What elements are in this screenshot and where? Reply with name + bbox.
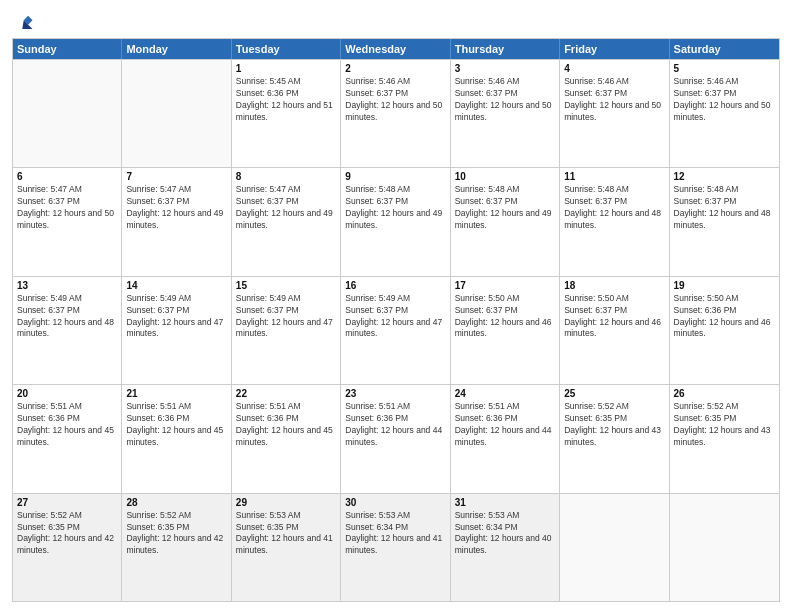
- cell-info: Sunset: 6:37 PM: [126, 196, 226, 208]
- cell-info: Daylight: 12 hours and 45 minutes.: [236, 425, 336, 449]
- cell-info: Sunset: 6:34 PM: [345, 522, 445, 534]
- day-number: 12: [674, 171, 775, 182]
- cell-info: Sunset: 6:37 PM: [455, 88, 555, 100]
- calendar-cell: 29Sunrise: 5:53 AMSunset: 6:35 PMDayligh…: [232, 494, 341, 601]
- calendar-cell: 2Sunrise: 5:46 AMSunset: 6:37 PMDaylight…: [341, 60, 450, 167]
- calendar-cell: [670, 494, 779, 601]
- cell-info: Sunset: 6:35 PM: [564, 413, 664, 425]
- calendar-cell: 8Sunrise: 5:47 AMSunset: 6:37 PMDaylight…: [232, 168, 341, 275]
- cell-info: Sunrise: 5:46 AM: [345, 76, 445, 88]
- cell-info: Daylight: 12 hours and 49 minutes.: [345, 208, 445, 232]
- calendar-cell: [560, 494, 669, 601]
- cell-info: Daylight: 12 hours and 49 minutes.: [126, 208, 226, 232]
- weekday-header: Monday: [122, 39, 231, 59]
- cell-info: Sunrise: 5:47 AM: [236, 184, 336, 196]
- calendar-cell: 4Sunrise: 5:46 AMSunset: 6:37 PMDaylight…: [560, 60, 669, 167]
- calendar-cell: 5Sunrise: 5:46 AMSunset: 6:37 PMDaylight…: [670, 60, 779, 167]
- cell-info: Sunrise: 5:48 AM: [564, 184, 664, 196]
- calendar-cell: 6Sunrise: 5:47 AMSunset: 6:37 PMDaylight…: [13, 168, 122, 275]
- logo: [12, 10, 38, 32]
- cell-info: Sunrise: 5:52 AM: [17, 510, 117, 522]
- calendar-cell: 17Sunrise: 5:50 AMSunset: 6:37 PMDayligh…: [451, 277, 560, 384]
- day-number: 17: [455, 280, 555, 291]
- day-number: 28: [126, 497, 226, 508]
- day-number: 26: [674, 388, 775, 399]
- cell-info: Sunrise: 5:49 AM: [345, 293, 445, 305]
- day-number: 3: [455, 63, 555, 74]
- cell-info: Sunset: 6:37 PM: [455, 196, 555, 208]
- cell-info: Daylight: 12 hours and 44 minutes.: [345, 425, 445, 449]
- cell-info: Sunset: 6:36 PM: [236, 88, 336, 100]
- cell-info: Sunset: 6:37 PM: [236, 196, 336, 208]
- day-number: 20: [17, 388, 117, 399]
- cell-info: Sunrise: 5:46 AM: [674, 76, 775, 88]
- calendar-cell: 12Sunrise: 5:48 AMSunset: 6:37 PMDayligh…: [670, 168, 779, 275]
- cell-info: Sunrise: 5:53 AM: [345, 510, 445, 522]
- cell-info: Sunset: 6:36 PM: [126, 413, 226, 425]
- cell-info: Daylight: 12 hours and 45 minutes.: [17, 425, 117, 449]
- cell-info: Daylight: 12 hours and 43 minutes.: [674, 425, 775, 449]
- cell-info: Sunset: 6:35 PM: [17, 522, 117, 534]
- cell-info: Sunset: 6:36 PM: [236, 413, 336, 425]
- day-number: 11: [564, 171, 664, 182]
- cell-info: Sunset: 6:37 PM: [564, 88, 664, 100]
- cell-info: Sunrise: 5:48 AM: [674, 184, 775, 196]
- calendar-cell: 26Sunrise: 5:52 AMSunset: 6:35 PMDayligh…: [670, 385, 779, 492]
- calendar-cell: 24Sunrise: 5:51 AMSunset: 6:36 PMDayligh…: [451, 385, 560, 492]
- cell-info: Sunrise: 5:50 AM: [674, 293, 775, 305]
- day-number: 2: [345, 63, 445, 74]
- cell-info: Sunset: 6:37 PM: [17, 305, 117, 317]
- cell-info: Daylight: 12 hours and 48 minutes.: [674, 208, 775, 232]
- day-number: 16: [345, 280, 445, 291]
- cell-info: Daylight: 12 hours and 47 minutes.: [126, 317, 226, 341]
- cell-info: Sunset: 6:36 PM: [674, 305, 775, 317]
- cell-info: Sunrise: 5:48 AM: [345, 184, 445, 196]
- calendar-cell: 13Sunrise: 5:49 AMSunset: 6:37 PMDayligh…: [13, 277, 122, 384]
- cell-info: Sunset: 6:37 PM: [17, 196, 117, 208]
- day-number: 31: [455, 497, 555, 508]
- day-number: 4: [564, 63, 664, 74]
- cell-info: Daylight: 12 hours and 46 minutes.: [455, 317, 555, 341]
- cell-info: Sunrise: 5:51 AM: [17, 401, 117, 413]
- day-number: 18: [564, 280, 664, 291]
- cell-info: Sunset: 6:37 PM: [455, 305, 555, 317]
- cell-info: Sunrise: 5:52 AM: [674, 401, 775, 413]
- cell-info: Sunset: 6:37 PM: [345, 196, 445, 208]
- cell-info: Sunset: 6:35 PM: [126, 522, 226, 534]
- cell-info: Daylight: 12 hours and 42 minutes.: [17, 533, 117, 557]
- cell-info: Daylight: 12 hours and 50 minutes.: [674, 100, 775, 124]
- cell-info: Daylight: 12 hours and 49 minutes.: [455, 208, 555, 232]
- cell-info: Daylight: 12 hours and 46 minutes.: [564, 317, 664, 341]
- cell-info: Sunrise: 5:51 AM: [236, 401, 336, 413]
- cell-info: Sunrise: 5:51 AM: [455, 401, 555, 413]
- cell-info: Daylight: 12 hours and 42 minutes.: [126, 533, 226, 557]
- cell-info: Sunset: 6:37 PM: [564, 196, 664, 208]
- cell-info: Daylight: 12 hours and 47 minutes.: [345, 317, 445, 341]
- cell-info: Sunset: 6:37 PM: [564, 305, 664, 317]
- cell-info: Daylight: 12 hours and 50 minutes.: [345, 100, 445, 124]
- calendar-cell: 23Sunrise: 5:51 AMSunset: 6:36 PMDayligh…: [341, 385, 450, 492]
- calendar-cell: 27Sunrise: 5:52 AMSunset: 6:35 PMDayligh…: [13, 494, 122, 601]
- cell-info: Daylight: 12 hours and 47 minutes.: [236, 317, 336, 341]
- cell-info: Sunset: 6:37 PM: [236, 305, 336, 317]
- calendar: SundayMondayTuesdayWednesdayThursdayFrid…: [12, 38, 780, 602]
- cell-info: Daylight: 12 hours and 44 minutes.: [455, 425, 555, 449]
- day-number: 9: [345, 171, 445, 182]
- weekday-header: Sunday: [13, 39, 122, 59]
- day-number: 13: [17, 280, 117, 291]
- cell-info: Sunset: 6:37 PM: [345, 88, 445, 100]
- cell-info: Sunrise: 5:49 AM: [236, 293, 336, 305]
- calendar-cell: [13, 60, 122, 167]
- logo-icon: [12, 10, 34, 32]
- cell-info: Daylight: 12 hours and 50 minutes.: [17, 208, 117, 232]
- cell-info: Sunrise: 5:50 AM: [564, 293, 664, 305]
- day-number: 5: [674, 63, 775, 74]
- cell-info: Daylight: 12 hours and 48 minutes.: [17, 317, 117, 341]
- day-number: 21: [126, 388, 226, 399]
- calendar-cell: 3Sunrise: 5:46 AMSunset: 6:37 PMDaylight…: [451, 60, 560, 167]
- day-number: 27: [17, 497, 117, 508]
- cell-info: Daylight: 12 hours and 50 minutes.: [564, 100, 664, 124]
- weekday-header: Wednesday: [341, 39, 450, 59]
- cell-info: Daylight: 12 hours and 40 minutes.: [455, 533, 555, 557]
- day-number: 19: [674, 280, 775, 291]
